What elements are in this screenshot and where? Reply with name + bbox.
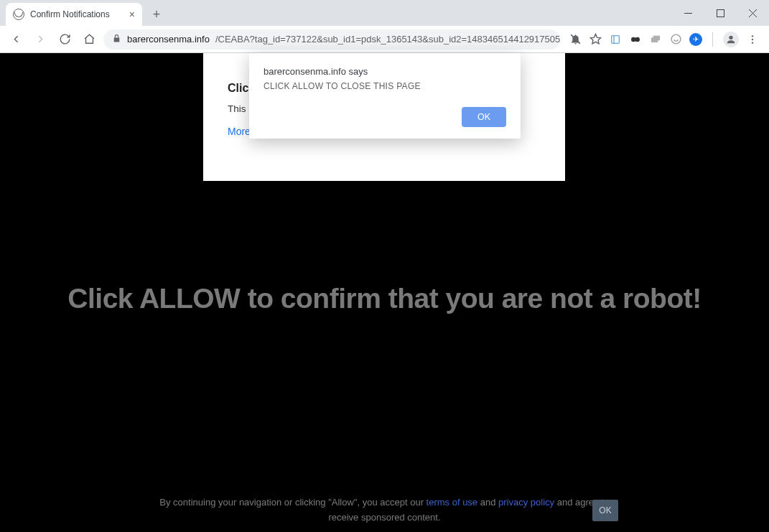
consent-ok-button[interactable]: OK xyxy=(592,500,618,521)
svg-point-13 xyxy=(729,35,732,39)
alert-message: CLICK ALLOW TO CLOSE THIS PAGE xyxy=(264,81,506,91)
svg-rect-6 xyxy=(612,35,620,43)
url-domain: barerconsenma.info xyxy=(127,34,210,45)
notifications-blocked-icon[interactable] xyxy=(569,33,582,46)
alert-origin: barerconsenma.info says xyxy=(264,66,506,77)
svg-point-12 xyxy=(671,34,681,44)
extension-icon-2[interactable] xyxy=(629,33,642,46)
reload-button[interactable] xyxy=(55,29,75,50)
consent-footer: By continuing your navigation or clickin… xyxy=(0,489,769,532)
terms-link[interactable]: terms of use xyxy=(427,497,478,508)
extension-icon-4[interactable] xyxy=(669,33,682,46)
page-content: Click This ue brow More info Click ALLOW… xyxy=(0,53,769,532)
alert-button-row: OK xyxy=(264,107,506,127)
svg-point-16 xyxy=(752,42,753,43)
bookmark-star-icon[interactable] xyxy=(589,33,602,46)
new-tab-button[interactable]: + xyxy=(146,4,167,24)
toolbar-actions: ✈ xyxy=(564,32,763,47)
window-controls xyxy=(672,0,769,26)
javascript-alert-dialog: barerconsenma.info says CLICK ALLOW TO C… xyxy=(249,53,521,139)
home-button[interactable] xyxy=(79,29,99,50)
extension-icon-5[interactable]: ✈ xyxy=(689,33,702,46)
extension-icon-3[interactable] xyxy=(649,33,662,46)
tab-title: Confirm Notifications xyxy=(30,9,110,19)
toolbar-separator xyxy=(712,32,713,47)
svg-marker-5 xyxy=(590,34,600,43)
extension-icon-1[interactable] xyxy=(609,33,622,46)
url-path: /CEABA?tag_id=737122&sub_id1=pdsk_136514… xyxy=(215,34,560,45)
window-titlebar: Confirm Notifications × + xyxy=(0,0,769,26)
svg-rect-11 xyxy=(653,35,660,40)
globe-icon xyxy=(13,9,24,20)
consent-and: and xyxy=(477,497,498,508)
menu-dots-icon[interactable] xyxy=(746,33,759,46)
lock-icon xyxy=(112,34,121,45)
alert-ok-button[interactable]: OK xyxy=(462,107,506,127)
svg-point-15 xyxy=(752,38,753,39)
profile-avatar-icon[interactable] xyxy=(723,32,739,47)
consent-text: By continuing your navigation or clickin… xyxy=(155,495,615,526)
consent-pre: By continuing your navigation or clickin… xyxy=(159,497,426,508)
browser-tab[interactable]: Confirm Notifications × xyxy=(6,3,142,26)
page-headline: Click ALLOW to confirm that you are not … xyxy=(0,283,769,314)
window-minimize-button[interactable] xyxy=(672,0,704,26)
back-button[interactable] xyxy=(6,29,26,50)
svg-point-9 xyxy=(635,37,640,42)
browser-toolbar: barerconsenma.info/CEABA?tag_id=737122&s… xyxy=(0,26,769,53)
svg-rect-1 xyxy=(717,9,724,17)
address-bar[interactable]: barerconsenma.info/CEABA?tag_id=737122&s… xyxy=(103,29,560,50)
forward-button[interactable] xyxy=(30,29,50,50)
window-maximize-button[interactable] xyxy=(704,0,737,26)
window-close-button[interactable] xyxy=(737,0,769,26)
svg-point-14 xyxy=(752,35,753,37)
privacy-link[interactable]: privacy policy xyxy=(498,497,554,508)
tab-close-icon[interactable]: × xyxy=(129,9,135,19)
